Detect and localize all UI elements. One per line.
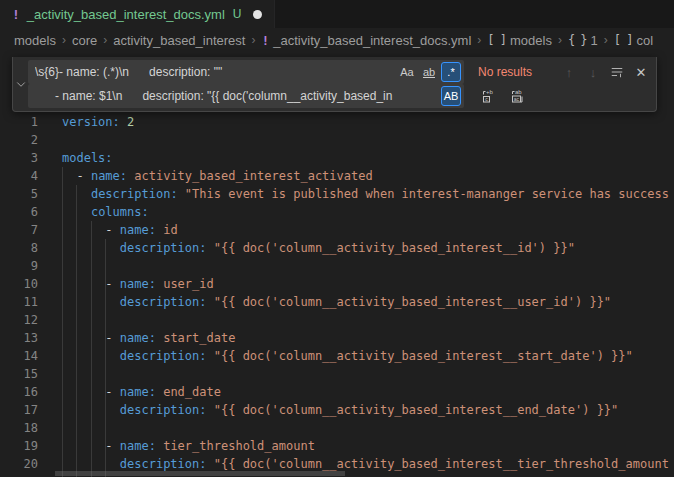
line-number[interactable]: 3 [0, 149, 38, 167]
replace-icon: +b c [481, 88, 497, 104]
editor-pane[interactable]: 1version: 223models:4 - name: activity_b… [0, 52, 674, 477]
horizontal-scrollbar[interactable] [55, 471, 345, 476]
code-line[interactable]: 13 - name: start_date [0, 329, 674, 347]
previous-match-button[interactable]: ↑ [558, 61, 580, 83]
code-line[interactable]: 17 description: "{{ doc('column__activit… [0, 401, 674, 419]
regex-toggle[interactable]: .* [441, 62, 461, 82]
code-token: name: [120, 439, 156, 453]
replace-input[interactable] [28, 84, 464, 108]
line-number[interactable]: 16 [0, 383, 38, 401]
replace-all-icon: ab ac [509, 88, 525, 104]
breadcrumb-label: col [637, 33, 654, 48]
code-line[interactable]: 4 - name: activity_based_interest_activa… [0, 167, 674, 185]
breadcrumb-separator-icon: › [251, 33, 255, 47]
code-token: description: [120, 349, 207, 363]
code-line[interactable]: 9 [0, 257, 674, 275]
code-token: description: [120, 457, 207, 471]
line-number[interactable]: 18 [0, 419, 38, 437]
code-line[interactable]: 8 description: "{{ doc('column__activity… [0, 239, 674, 257]
toggle-replace-button[interactable] [13, 57, 28, 111]
line-number[interactable]: 11 [0, 293, 38, 311]
code-line[interactable]: 12 [0, 311, 674, 329]
code-line[interactable]: 14 description: "{{ doc('column__activit… [0, 347, 674, 365]
find-row: Aa ab .* No results ↑ ↓ ✕ [28, 60, 652, 84]
whole-word-toggle[interactable]: ab [419, 62, 439, 82]
code-token: "{{ doc('column__activity_based_interest… [214, 349, 633, 363]
breadcrumb-item[interactable]: [ ]models [487, 33, 552, 48]
svg-text:ac: ac [514, 96, 520, 102]
breadcrumb-item[interactable]: { }1 [568, 33, 598, 48]
code-line[interactable]: 2 [0, 131, 674, 149]
symbol-array-icon: [ ] [487, 33, 506, 47]
close-find-widget-button[interactable]: ✕ [630, 61, 652, 83]
line-number[interactable]: 20 [0, 455, 38, 473]
line-number[interactable]: 13 [0, 329, 38, 347]
breadcrumb-item[interactable]: activity_based_interest [113, 33, 245, 48]
find-in-selection-button[interactable] [606, 61, 628, 83]
code-token: columns: [91, 205, 149, 219]
line-number[interactable]: 6 [0, 203, 38, 221]
breadcrumb-item[interactable]: !_activity_based_interest_docs.yml [261, 33, 471, 48]
line-number[interactable]: 4 [0, 167, 38, 185]
next-match-button[interactable]: ↓ [582, 61, 604, 83]
symbol-array-icon: [ ] [614, 33, 633, 47]
code-line[interactable]: 1version: 2 [0, 113, 674, 131]
code-line[interactable]: 3models: [0, 149, 674, 167]
code-token: description: [120, 403, 207, 417]
code-line[interactable]: 11 description: "{{ doc('column__activit… [0, 293, 674, 311]
find-results-status: No results [478, 65, 558, 79]
code-line-content: models: [62, 149, 113, 167]
line-number[interactable]: 8 [0, 239, 38, 257]
code-token [120, 115, 127, 129]
line-number[interactable]: 10 [0, 275, 38, 293]
line-number[interactable]: 2 [0, 131, 38, 149]
code-token: description: [120, 295, 207, 309]
line-number[interactable]: 15 [0, 365, 38, 383]
line-number[interactable]: 19 [0, 437, 38, 455]
code-token [207, 457, 214, 471]
code-line[interactable]: 15 [0, 365, 674, 383]
code-line-content: description: "{{ doc('column__activity_b… [62, 239, 575, 257]
line-number[interactable]: 1 [0, 113, 38, 131]
breadcrumb-label: _activity_based_interest_docs.yml [273, 33, 471, 48]
breadcrumb-label: activity_based_interest [113, 33, 245, 48]
replace-all-button[interactable]: ab ac [506, 85, 528, 107]
breadcrumb-label: core [72, 33, 97, 48]
code-line[interactable]: 6 columns: [0, 203, 674, 221]
line-number[interactable]: 14 [0, 347, 38, 365]
match-case-toggle[interactable]: Aa [397, 62, 417, 82]
code-line-content: columns: [62, 203, 149, 221]
yaml-file-icon: ! [12, 7, 20, 22]
preserve-case-toggle[interactable]: AB [441, 86, 461, 106]
line-number[interactable]: 12 [0, 311, 38, 329]
code-line-content: description: "{{ doc('column__activity_b… [62, 347, 633, 365]
breadcrumb-item[interactable]: core [72, 33, 97, 48]
line-number[interactable]: 7 [0, 221, 38, 239]
code-line[interactable]: 5 description: "This event is published … [0, 185, 674, 203]
breadcrumb-label: 1 [591, 33, 598, 48]
code-token [62, 295, 120, 309]
code-token: - [62, 223, 120, 237]
code-line[interactable]: 7 - name: id [0, 221, 674, 239]
breadcrumb-separator-icon: › [62, 33, 66, 47]
unsaved-changes-dot-icon[interactable] [253, 10, 262, 19]
code-token [207, 349, 214, 363]
code-token: user_id [163, 277, 214, 291]
code-line-content: - name: activity_based_interest_activate… [62, 167, 373, 185]
replace-button[interactable]: +b c [478, 85, 500, 107]
code-line[interactable]: 19 - name: tier_threshold_amount [0, 437, 674, 455]
line-number[interactable]: 17 [0, 401, 38, 419]
code-token [207, 295, 214, 309]
breadcrumb-item[interactable]: models [14, 33, 56, 48]
line-number[interactable]: 9 [0, 257, 38, 275]
git-untracked-badge: U [233, 7, 242, 21]
tab-active-file[interactable]: ! _activity_based_interest_docs.yml U [0, 0, 275, 28]
code-line-content: - name: id [62, 221, 178, 239]
line-number[interactable]: 5 [0, 185, 38, 203]
code-line[interactable]: 10 - name: user_id [0, 275, 674, 293]
code-line[interactable]: 18 [0, 419, 674, 437]
code-line[interactable]: 16 - name: end_date [0, 383, 674, 401]
breadcrumb-item[interactable]: [ ]col [614, 33, 653, 48]
code-token: version: [62, 115, 120, 129]
code-token: activity_based_interest_activated [134, 169, 372, 183]
